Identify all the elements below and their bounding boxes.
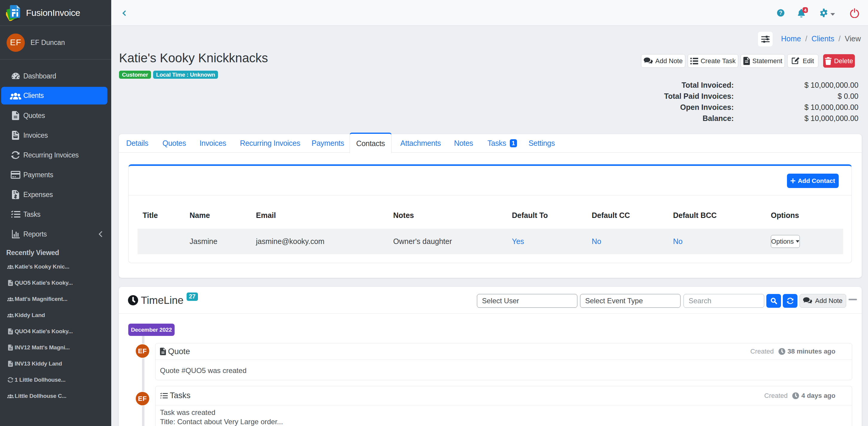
svg-text:?: ?: [779, 10, 782, 16]
